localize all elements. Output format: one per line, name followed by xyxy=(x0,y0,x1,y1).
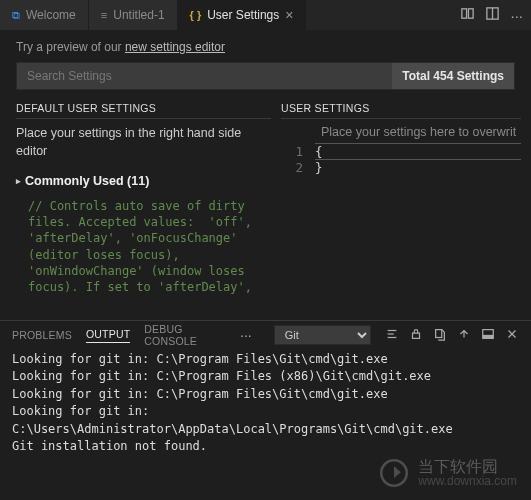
panel-layout-icon[interactable] xyxy=(481,327,495,343)
output-channel-select[interactable]: Git xyxy=(274,325,371,345)
maximize-panel-icon[interactable] xyxy=(457,327,471,343)
line-number: 2 xyxy=(281,160,315,175)
settings-split: DEFAULT USER SETTINGS Place your setting… xyxy=(0,98,531,320)
preview-link[interactable]: new settings editor xyxy=(125,40,225,54)
vscode-icon: ⧉ xyxy=(12,9,20,22)
output-body[interactable]: Looking for git in: C:\Program Files\Git… xyxy=(0,349,531,457)
more-icon[interactable]: ··· xyxy=(510,7,523,24)
editor-text: { xyxy=(315,143,521,160)
user-settings-hint: Place your settings here to overwrit xyxy=(281,125,521,139)
file-icon: ≡ xyxy=(101,9,107,21)
svg-rect-1 xyxy=(469,9,474,18)
preview-hint: Try a preview of our new settings editor xyxy=(0,30,531,54)
panel-tab-problems[interactable]: PROBLEMS xyxy=(12,329,72,341)
settings-count-badge: Total 454 Settings xyxy=(392,63,514,89)
svg-rect-0 xyxy=(462,9,467,18)
panel-tabs: PROBLEMS OUTPUT DEBUG CONSOLE ··· Git xyxy=(0,321,531,349)
group-commonly-used[interactable]: Commonly Used (11) xyxy=(16,174,271,188)
editor-line-1[interactable]: 1 { xyxy=(281,143,521,160)
preview-prefix: Try a preview of our xyxy=(16,40,125,54)
setting-comment: // Controls auto save of dirty files. Ac… xyxy=(16,198,271,295)
panel-actions xyxy=(385,327,519,343)
tab-untitled[interactable]: ≡ Untitled-1 xyxy=(89,0,178,30)
split-diff-icon[interactable] xyxy=(460,6,475,24)
tab-label: Welcome xyxy=(26,8,76,22)
search-input[interactable] xyxy=(17,63,392,89)
line-number: 1 xyxy=(281,144,315,159)
tab-label: User Settings xyxy=(207,8,279,22)
editor-line-2[interactable]: 2 } xyxy=(281,160,521,175)
search-bar: Total 454 Settings xyxy=(16,62,515,90)
close-icon[interactable]: × xyxy=(285,8,293,22)
panel-more-icon[interactable]: ··· xyxy=(240,327,252,343)
panel-tab-output[interactable]: OUTPUT xyxy=(86,328,130,343)
default-settings-header: DEFAULT USER SETTINGS xyxy=(16,98,271,119)
json-icon: { } xyxy=(190,9,202,21)
user-settings-header: USER SETTINGS xyxy=(281,98,521,119)
tab-welcome[interactable]: ⧉ Welcome xyxy=(0,0,89,30)
tab-user-settings[interactable]: { } User Settings × xyxy=(178,0,307,30)
svg-rect-10 xyxy=(483,335,494,339)
svg-rect-8 xyxy=(436,330,442,338)
tab-label: Untitled-1 xyxy=(113,8,164,22)
lock-scroll-icon[interactable] xyxy=(409,327,423,343)
open-log-icon[interactable] xyxy=(433,327,447,343)
bottom-panel: PROBLEMS OUTPUT DEBUG CONSOLE ··· Git Lo… xyxy=(0,320,531,500)
user-settings-pane: USER SETTINGS Place your settings here t… xyxy=(275,98,531,320)
default-settings-hint: Place your settings in the right hand si… xyxy=(16,125,271,160)
default-settings-pane: DEFAULT USER SETTINGS Place your setting… xyxy=(0,98,275,320)
editor-text: } xyxy=(315,160,521,175)
close-panel-icon[interactable] xyxy=(505,327,519,343)
clear-output-icon[interactable] xyxy=(385,327,399,343)
titlebar-actions: ··· xyxy=(452,0,531,30)
svg-rect-7 xyxy=(413,333,420,338)
editor-tabs: ⧉ Welcome ≡ Untitled-1 { } User Settings… xyxy=(0,0,531,30)
panel-tab-debug[interactable]: DEBUG CONSOLE xyxy=(144,323,226,347)
split-editor-icon[interactable] xyxy=(485,6,500,24)
